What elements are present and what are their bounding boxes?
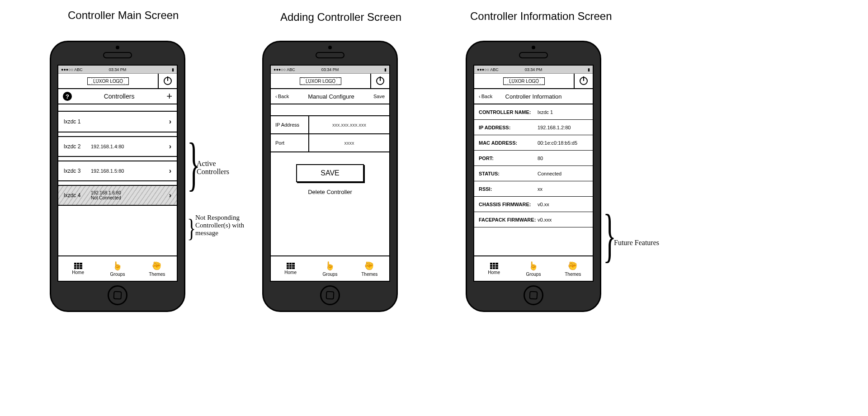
back-button[interactable]: ‹Back [275,94,289,99]
ip-input[interactable]: xxx.xxx.xxx.xxx [309,116,389,133]
port-input[interactable]: xxxx [309,134,389,151]
tab-home[interactable]: Home [474,256,514,281]
save-button[interactable]: SAVE [296,164,364,182]
grid-icon [287,263,295,269]
nav-title: Controllers [104,93,135,100]
tab-home[interactable]: Home [58,256,98,281]
nav-title: Controller Information [505,93,562,100]
logo-placeholder: LUXOR LOGO [474,74,575,88]
tab-themes[interactable]: ✊Themes [350,256,389,281]
power-icon [580,77,588,85]
power-button[interactable] [371,74,389,88]
power-icon [164,77,172,85]
info-row: RSSI:xx [474,181,593,197]
controller-row[interactable]: lxzdc 3 192.168.1.5:80 › [58,161,177,181]
form-row-port: Port xxxx [271,134,389,152]
grid-icon [74,263,82,269]
tab-groups[interactable]: ☝Groups [514,256,553,281]
hand-icon: ☝ [528,261,538,271]
hand-icon: ☝ [325,261,335,271]
help-icon[interactable]: ? [63,92,72,101]
phone-mock-2: ●●●○○ ABC03:34 PM▮ LUXOR LOGO ‹Back Manu… [262,41,398,312]
annotation-not-responding: Not Responding Controller(s) with messag… [195,214,244,237]
home-button[interactable] [108,285,127,305]
controller-row[interactable]: lxzdc 2 192.168.1.4:80 › [58,136,177,157]
fist-icon: ✊ [364,261,374,271]
annotation-active: Active Controllers [197,160,229,176]
phone-mock-1: ●●●○○ ABC03:34 PM▮ LUXOR LOGO ? Controll… [50,41,185,312]
brace-icon: } [603,205,616,265]
chevron-right-icon: › [169,118,171,126]
power-button[interactable] [575,74,593,88]
delete-controller-link[interactable]: Delete Controller [271,189,389,195]
chevron-left-icon: ‹ [275,94,277,99]
power-button[interactable] [159,74,177,88]
tab-groups[interactable]: ☝Groups [98,256,137,281]
tab-groups[interactable]: ☝Groups [310,256,349,281]
fist-icon: ✊ [152,261,162,271]
status-bar: ●●●○○ ABC03:34 PM▮ [58,66,177,74]
grid-icon [490,263,498,269]
home-button[interactable] [524,285,543,305]
tab-themes[interactable]: ✊Themes [137,256,177,281]
info-row: STATUS:Connected [474,166,593,181]
form-row-ip: IP Address xxx.xxx.xxx.xxx [271,116,389,134]
chevron-right-icon: › [169,142,171,151]
field-label: Port [271,134,309,151]
annotation-future: Future Features [614,239,659,247]
screen2-title: Adding Controller Screen [280,11,401,24]
nav-title: Manual Configure [308,93,354,100]
chevron-right-icon: › [169,167,171,175]
fist-icon: ✊ [568,261,578,271]
chevron-right-icon: › [169,191,171,199]
logo-placeholder: LUXOR LOGO [58,74,159,88]
screen3-title: Controller Information Screen [470,10,612,23]
home-button[interactable] [320,285,340,305]
info-row: IP ADDRESS:192.168.1.2:80 [474,120,593,135]
controller-row-disconnected[interactable]: lxzdc 4 192.168.1.6:80Not Connected › [58,185,177,206]
logo-placeholder: LUXOR LOGO [271,74,371,88]
info-row: MAC ADDRESS:00:1e:c0:18:b5:d5 [474,135,593,151]
info-row: CHASSIS FIRMWARE:v0.xx [474,197,593,212]
chevron-left-icon: ‹ [479,94,481,99]
status-bar: ●●●○○ ABC03:34 PM▮ [474,66,593,74]
power-icon [376,77,384,85]
info-row: CONTROLLER NAME:lxzdc 1 [474,104,593,120]
hand-icon: ☝ [113,261,123,271]
field-label: IP Address [271,116,309,133]
controller-row[interactable]: lxzdc 1 › [58,112,177,132]
brace-icon: } [187,216,196,241]
phone-mock-3: ●●●○○ ABC03:34 PM▮ LUXOR LOGO ‹Back Cont… [466,41,601,312]
screen1-title: Controller Main Screen [68,9,179,22]
tab-themes[interactable]: ✊Themes [553,256,593,281]
info-row: FACEPACK FIRMWARE:v0.xxx [474,212,593,227]
add-button[interactable]: + [166,91,172,101]
info-row: PORT:80 [474,151,593,166]
tab-home[interactable]: Home [271,256,310,281]
nav-save-button[interactable]: Save [373,94,385,99]
status-bar: ●●●○○ ABC03:34 PM▮ [271,66,389,74]
back-button[interactable]: ‹Back [479,94,492,99]
